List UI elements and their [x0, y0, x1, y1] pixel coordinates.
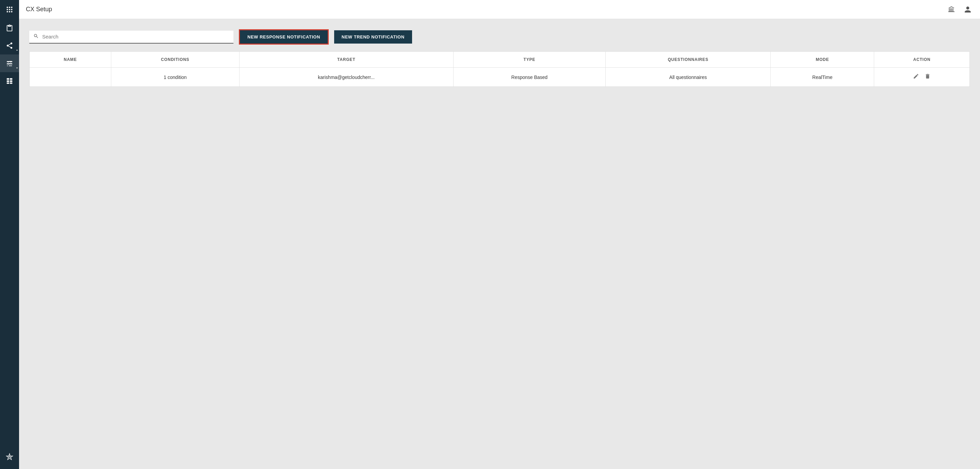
sidebar: [0, 0, 19, 469]
col-mode: MODE: [771, 52, 874, 68]
topbar: CX Setup: [19, 0, 980, 19]
page-title: CX Setup: [26, 6, 946, 13]
col-questionnaires: QUESTIONNAIRES: [605, 52, 770, 68]
svg-rect-16: [10, 78, 12, 80]
search-icon: [33, 33, 39, 40]
table-row: 1 condition karishma@getcloudcherr... Re…: [30, 68, 969, 87]
search-box: [29, 31, 234, 44]
main-area: CX Setup: [19, 0, 980, 469]
new-response-notification-button[interactable]: NEW RESPONSE NOTIFICATION: [239, 29, 329, 45]
cell-target: karishma@getcloudcherr...: [239, 68, 453, 87]
col-name: NAME: [30, 52, 111, 68]
svg-rect-15: [7, 78, 9, 80]
user-icon[interactable]: [962, 4, 973, 15]
cell-action: [874, 68, 969, 87]
cell-questionnaires: All questionnaires: [605, 68, 770, 87]
svg-marker-9: [16, 50, 18, 51]
svg-rect-17: [7, 80, 9, 82]
svg-rect-1: [9, 7, 10, 8]
svg-rect-0: [7, 7, 8, 8]
col-type: TYPE: [453, 52, 605, 68]
col-conditions: CONDITIONS: [111, 52, 239, 68]
notifications-table-container: NAME CONDITIONS TARGET TYPE QUESTIONNAIR…: [29, 51, 970, 87]
col-target: TARGET: [239, 52, 453, 68]
svg-rect-19: [7, 83, 9, 84]
search-input[interactable]: [42, 34, 229, 40]
table-header-row: NAME CONDITIONS TARGET TYPE QUESTIONNAIR…: [30, 52, 969, 68]
svg-rect-20: [10, 83, 12, 84]
sidebar-item-share[interactable]: [0, 37, 19, 54]
svg-rect-5: [11, 9, 13, 10]
content-area: NEW RESPONSE NOTIFICATION NEW TREND NOTI…: [19, 19, 980, 469]
svg-rect-3: [7, 9, 8, 10]
edit-icon[interactable]: [913, 73, 919, 81]
cell-type: Response Based: [453, 68, 605, 87]
svg-rect-18: [10, 80, 12, 82]
svg-rect-8: [11, 11, 13, 13]
apps-grid-icon[interactable]: [0, 0, 19, 19]
delete-icon[interactable]: [924, 73, 931, 81]
cell-name: [30, 68, 111, 87]
notifications-table: NAME CONDITIONS TARGET TYPE QUESTIONNAIR…: [30, 52, 969, 86]
bank-icon[interactable]: [946, 4, 957, 15]
sidebar-item-clipboard[interactable]: [0, 19, 19, 37]
svg-rect-7: [9, 11, 10, 13]
toolbar: NEW RESPONSE NOTIFICATION NEW TREND NOTI…: [29, 29, 970, 45]
svg-rect-6: [7, 11, 8, 13]
svg-rect-4: [9, 9, 10, 10]
svg-marker-14: [16, 67, 18, 68]
sidebar-item-settings[interactable]: [0, 54, 19, 72]
col-action: ACTION: [874, 52, 969, 68]
sidebar-item-star[interactable]: [0, 448, 19, 466]
sidebar-item-blocks[interactable]: [0, 72, 19, 90]
cell-conditions: 1 condition: [111, 68, 239, 87]
svg-rect-2: [11, 7, 13, 8]
new-trend-notification-button[interactable]: NEW TREND NOTIFICATION: [334, 30, 412, 44]
cell-mode: RealTime: [771, 68, 874, 87]
